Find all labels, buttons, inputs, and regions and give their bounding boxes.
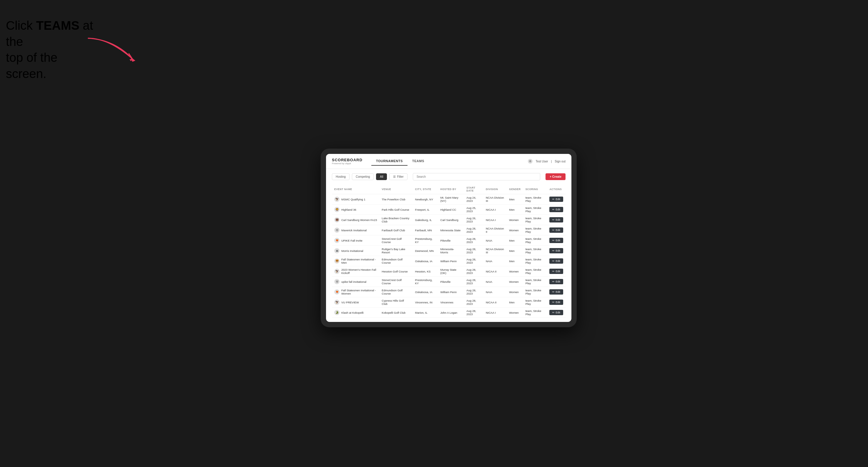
edit-button-6[interactable]: ✏ Edit [549,258,563,264]
edit-button-5[interactable]: ✏ Edit [549,248,563,253]
cell-city: Freeport, IL [413,205,438,215]
cell-gender: Men [507,246,523,256]
cell-actions: ✏ Edit [547,205,565,215]
filter-icon-btn[interactable]: ☰ Filter [389,173,407,180]
event-icon-8: 🐺 [334,279,340,284]
top-nav: SCOREBOARD Powered by clippit TOURNAMENT… [326,154,571,169]
event-name-text: MSMC Qualifying 1 [341,198,366,201]
cell-city: Prestonsburg, KY [413,277,438,287]
nav-tournaments[interactable]: TOURNAMENTS [371,157,407,166]
all-filter-btn[interactable]: All [376,173,387,180]
nav-separator: | [551,160,552,163]
edit-button-0[interactable]: ✏ Edit [549,196,563,202]
cell-gender: Women [507,277,523,287]
cell-hosted: Minnesota State [438,225,464,236]
cell-venue: The Powelton Club [379,194,412,205]
event-name-text: 2023 Women's Hesston Fall Kickoff [341,268,377,275]
event-name-text: Klash at Kokopelli [341,311,364,314]
cell-gender: Men [507,236,523,246]
cell-venue: StoneCrest Golf Course [379,236,412,246]
edit-label: Edit [556,290,560,293]
cell-event-name: 🐊 Klash at Kokopelli [332,308,379,318]
cell-hosted: Highland CC [438,205,464,215]
cell-gender: Women [507,215,523,225]
cell-scoring: team, Stroke Play [523,236,547,246]
edit-pencil-icon: ✏ [552,218,555,221]
cell-city: Hesston, KS [413,266,438,277]
edit-button-7[interactable]: ✏ Edit [549,269,563,274]
cell-actions: ✏ Edit [547,277,565,287]
cell-venue: Hesston Golf Course [379,266,412,277]
edit-button-1[interactable]: ✏ Edit [549,207,563,212]
edit-button-2[interactable]: ✏ Edit [549,217,563,222]
nav-right: ⚙ Test User | Sign out [528,159,565,164]
cell-scoring: team, Stroke Play [523,215,547,225]
cell-hosted: Mt. Saint Mary (NY) [438,194,464,205]
edit-button-3[interactable]: ✏ Edit [549,227,563,233]
event-name-text: VU PREVIEW [341,301,359,304]
instruction-bold: TEAMS [36,19,80,32]
cell-date: Aug 28, 2023 [464,236,484,246]
table-row: 🦅 VU PREVIEW Cypress Hills Golf Club Vin… [332,297,565,308]
cell-date: Aug 28, 2023 [464,266,484,277]
create-button[interactable]: + Create [546,173,565,180]
cell-gender: Women [507,308,523,318]
edit-button-8[interactable]: ✏ Edit [549,279,563,284]
col-scoring: SCORING [523,185,547,194]
tablet-frame: SCOREBOARD Powered by clippit TOURNAMENT… [321,149,577,327]
cell-gender: Women [507,225,523,236]
cell-division: NAIA [484,287,507,297]
cell-hosted: Carl Sandburg [438,215,464,225]
cell-division: NCAA Division III [484,194,507,205]
cell-event-name: 🐯 Fall Statesmen Invitational - Men [332,256,379,266]
event-icon-7: 🦅 [334,269,340,274]
cell-venue: StoneCrest Golf Course [379,277,412,287]
main-content: Hosting Competing All ☰ Filter + Create … [326,169,571,322]
settings-icon[interactable]: ⚙ [528,159,533,164]
search-input[interactable] [413,173,540,180]
cell-division: NCAA Division III [484,246,507,256]
nav-teams[interactable]: TEAMS [407,157,429,166]
cell-actions: ✏ Edit [547,256,565,266]
edit-pencil-icon: ✏ [552,280,555,283]
edit-button-10[interactable]: ✏ Edit [549,300,563,305]
event-icon-2: 🐻 [334,217,340,222]
cell-gender: Men [507,205,523,215]
cell-event-name: 🐺 Maverick Invitational [332,225,379,236]
instruction-text: Click TEAMS at thetop of the screen. [6,18,100,82]
cell-division: NICAA II [484,297,507,308]
edit-pencil-icon: ✏ [552,290,555,293]
cell-gender: Men [507,297,523,308]
edit-button-9[interactable]: ✏ Edit [549,289,563,294]
hosting-filter-btn[interactable]: Hosting [332,173,349,180]
edit-pencil-icon: ✏ [552,229,555,231]
edit-label: Edit [556,229,560,231]
cell-division: NICAA I [484,215,507,225]
event-name-text: UPIKE Fall Invite [341,239,363,242]
cell-scoring: team, Stroke Play [523,256,547,266]
cell-city: Newburgh, NY [413,194,438,205]
edit-pencil-icon: ✏ [552,249,555,252]
table-row: 🐊 Klash at Kokopelli Kokopelli Golf Club… [332,308,565,318]
edit-button-4[interactable]: ✏ Edit [549,238,563,243]
col-gender: GENDER [507,185,523,194]
cell-hosted: John A Logan [438,308,464,318]
cell-date: Aug 28, 2023 [464,277,484,287]
cell-division: NICAA I [484,308,507,318]
col-actions: ACTIONS [547,185,565,194]
cell-hosted: Minnesota-Morris [438,246,464,256]
event-name-text: Fall Statesmen Invitational - Women [341,289,377,295]
cell-venue: Cypress Hills Golf Club [379,297,412,308]
nav-links: TOURNAMENTS TEAMS [371,157,528,166]
edit-label: Edit [556,208,560,211]
cell-division: NAIA [484,256,507,266]
logo-title: SCOREBOARD [332,158,363,162]
cell-gender: Men [507,256,523,266]
cell-scoring: team, Stroke Play [523,194,547,205]
cell-event-name: 🦊 Fall Statesmen Invitational - Women [332,287,379,297]
edit-button-11[interactable]: ✏ Edit [549,310,563,315]
sign-out-link[interactable]: Sign out [555,160,565,163]
competing-filter-btn[interactable]: Competing [352,173,374,180]
logo-area: SCOREBOARD Powered by clippit [332,158,363,165]
table-row: 🦊 Fall Statesmen Invitational - Women Ed… [332,287,565,297]
